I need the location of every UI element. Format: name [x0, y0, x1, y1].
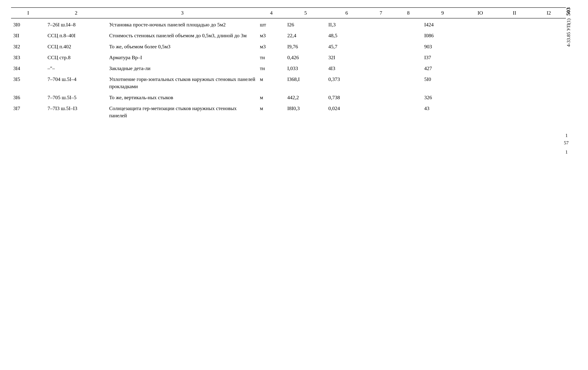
row-317-col6: 0,024	[326, 102, 367, 120]
row-316-col1: 3I6	[11, 91, 45, 102]
row-313-col11	[497, 51, 532, 62]
row-313-col10	[463, 51, 497, 62]
top-right-label: 503	[565, 7, 571, 16]
row-311-col9: I086	[422, 29, 463, 40]
subtitle-right-label: 4-33.85 УП(1)	[566, 18, 571, 47]
side-note-2: 1	[565, 149, 568, 155]
row-316-col7	[367, 91, 395, 102]
row-315-col1: 3I5	[11, 73, 45, 91]
row-317-col2: 7–7I3 ш.5I–I3	[45, 102, 107, 120]
row-317-col3: Солнцезащита гер-метизации стыков наружн…	[107, 102, 258, 120]
row-316-col12	[532, 91, 566, 102]
row-315-col7	[367, 73, 395, 91]
table-row: 3II ССЦ п.8–40I Стоимость стеновых панел…	[11, 29, 566, 40]
table-row: 3I4 –"– Закладные дета-ли тн I,033 4I3 4…	[11, 62, 566, 73]
row-311-col7	[367, 29, 395, 40]
row-314-col1: 3I4	[11, 62, 45, 73]
row-310-col3: Установка просте-ночных панелей площадью…	[107, 18, 258, 29]
row-310-col10	[463, 18, 497, 29]
row-313-col6: 32I	[326, 51, 367, 62]
row-312-col7	[367, 40, 395, 51]
table-row: 3I5 7–704 ш.5I–4 Уплотнение гори-зонталь…	[11, 73, 566, 91]
row-314-col3: Закладные дета-ли	[107, 62, 258, 73]
side-note-57: 57	[564, 140, 569, 146]
row-310-col11	[497, 18, 532, 29]
row-312-col1: 3I2	[11, 40, 45, 51]
row-316-col3: То же, вертикаль-ных стыков	[107, 91, 258, 102]
row-314-col11	[497, 62, 532, 73]
row-313-col3: Арматура Вр–I	[107, 51, 258, 62]
main-table: I 2 3 4 5 6 7 8 9 IO II I2 3I0 7–26I ш.I…	[11, 7, 566, 120]
row-315-col8	[395, 73, 422, 91]
table-row: 3I6 7–705 ш.5I–5 То же, вертикаль-ных ст…	[11, 91, 566, 102]
header-col4: 4	[258, 8, 285, 18]
row-311-col1: 3II	[11, 29, 45, 40]
row-316-col10	[463, 91, 497, 102]
row-313-col4: тн	[258, 51, 285, 62]
row-315-col5: I368,I	[285, 73, 326, 91]
row-316-col11	[497, 91, 532, 102]
row-314-col7	[367, 62, 395, 73]
row-311-col8	[395, 29, 422, 40]
row-314-col8	[395, 62, 422, 73]
row-314-col6: 4I3	[326, 62, 367, 73]
row-311-col12	[532, 29, 566, 40]
row-311-col6: 48,5	[326, 29, 367, 40]
row-315-col2: 7–704 ш.5I–4	[45, 73, 107, 91]
row-311-col10	[463, 29, 497, 40]
row-311-col2: ССЦ п.8–40I	[45, 29, 107, 40]
row-317-col7	[367, 102, 395, 120]
side-note-1: 1	[565, 133, 568, 138]
header-col2: 2	[45, 8, 107, 18]
page-container: 503 4-33.85 УП(1) I 2 3 4 5	[11, 7, 577, 120]
row-316-col8	[395, 91, 422, 102]
row-315-col9: 5I0	[422, 73, 463, 91]
row-317-col9: 43	[422, 102, 463, 120]
row-313-col7	[367, 51, 395, 62]
row-317-col11	[497, 102, 532, 120]
header-col9: 9	[422, 8, 463, 18]
row-311-col5: 22,4	[285, 29, 326, 40]
row-313-col9: I37	[422, 51, 463, 62]
header-col1: I	[11, 8, 45, 18]
row-317-col10	[463, 102, 497, 120]
row-312-col4: м3	[258, 40, 285, 51]
row-314-col4: тн	[258, 62, 285, 73]
row-313-col5: 0,426	[285, 51, 326, 62]
header-col8: 8	[395, 8, 422, 18]
row-313-col8	[395, 51, 422, 62]
table-row: 3I3 ССЦ стр.8 Арматура Вр–I тн 0,426 32I…	[11, 51, 566, 62]
row-312-col8	[395, 40, 422, 51]
header-col10: IO	[463, 8, 497, 18]
row-312-col5: I9,76	[285, 40, 326, 51]
table-row: 3I7 7–7I3 ш.5I–I3 Солнцезащита гер-метиз…	[11, 102, 566, 120]
row-317-col8	[395, 102, 422, 120]
row-314-col10	[463, 62, 497, 73]
row-315-col3: Уплотнение гори-зонтальных стыков наружн…	[107, 73, 258, 91]
row-314-col9: 427	[422, 62, 463, 73]
row-317-col1: 3I7	[11, 102, 45, 120]
row-313-col12	[532, 51, 566, 62]
row-312-col3: То же, объемом более 0,5м3	[107, 40, 258, 51]
row-312-col11	[497, 40, 532, 51]
row-317-col12	[532, 102, 566, 120]
header-col6: 6	[326, 8, 367, 18]
row-310-col8	[395, 18, 422, 29]
row-316-col2: 7–705 ш.5I–5	[45, 91, 107, 102]
row-310-col9: I424	[422, 18, 463, 29]
row-317-col5: I8I0,3	[285, 102, 326, 120]
row-314-col2: –"–	[45, 62, 107, 73]
row-315-col6: 0,373	[326, 73, 367, 91]
header-col7: 7	[367, 8, 395, 18]
row-310-col4: шт	[258, 18, 285, 29]
row-312-col6: 45,7	[326, 40, 367, 51]
header-col5: 5	[285, 8, 326, 18]
row-316-col5: 442,2	[285, 91, 326, 102]
header-col11: II	[497, 8, 532, 18]
row-310-col12	[532, 18, 566, 29]
row-311-col4: м3	[258, 29, 285, 40]
row-316-col9: 326	[422, 91, 463, 102]
row-314-col5: I,033	[285, 62, 326, 73]
row-315-col12	[532, 73, 566, 91]
row-315-col10	[463, 73, 497, 91]
